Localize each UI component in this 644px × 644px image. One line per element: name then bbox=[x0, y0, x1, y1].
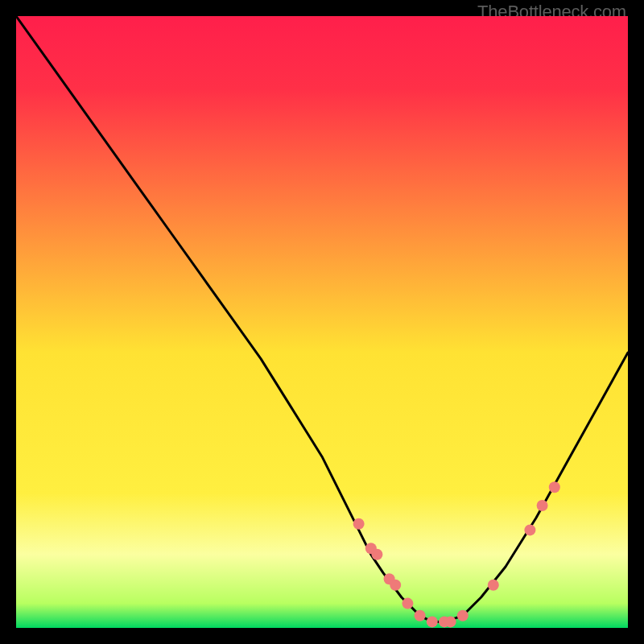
curve-marker bbox=[524, 524, 535, 535]
bottleneck-chart bbox=[16, 16, 628, 628]
curve-marker bbox=[402, 598, 413, 609]
curve-marker bbox=[415, 610, 426, 621]
gradient-background bbox=[16, 16, 628, 628]
curve-marker bbox=[445, 616, 456, 627]
curve-marker bbox=[488, 580, 499, 591]
curve-marker bbox=[371, 549, 382, 560]
curve-marker bbox=[390, 580, 401, 591]
curve-marker bbox=[537, 500, 548, 511]
curve-marker bbox=[457, 610, 469, 621]
chart-frame bbox=[16, 16, 628, 628]
curve-marker bbox=[427, 616, 438, 627]
curve-marker bbox=[549, 481, 560, 493]
curve-marker bbox=[353, 518, 365, 530]
